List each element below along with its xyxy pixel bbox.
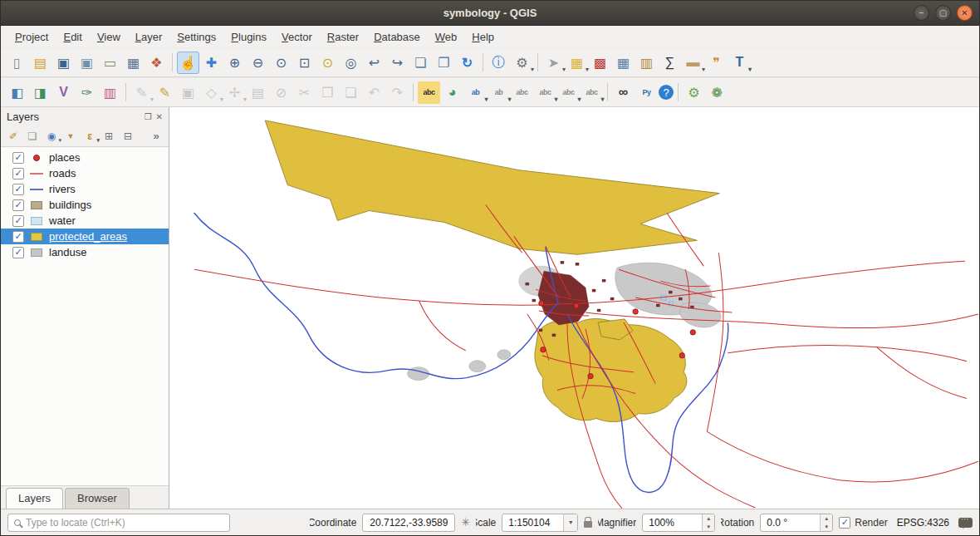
filter-expression-icon[interactable]: ε [81,128,98,145]
zoom-next-icon[interactable]: ↪ [386,52,409,74]
layer-visibility-checkbox[interactable] [12,231,24,243]
dock-tab[interactable]: Layers [6,488,63,509]
menu-item[interactable]: Database [366,28,428,46]
paste-features-icon[interactable]: ❏ [340,81,362,104]
new-shapefile-layer-icon[interactable]: V [52,81,75,104]
grass-tools-icon[interactable]: ❁ [706,81,728,104]
open-project-icon[interactable]: ▤ [29,52,51,74]
zoom-in-icon[interactable]: ⊕ [223,52,246,74]
extents-icon[interactable]: ✳ [461,516,470,529]
collapse-all-icon[interactable]: ⊟ [120,128,136,145]
delete-selected-icon[interactable]: ⊘ [270,81,292,104]
pan-map-icon[interactable]: ☝ [177,52,199,74]
layer-visibility-checkbox[interactable] [12,199,24,211]
map-canvas[interactable] [169,107,979,509]
maximize-button[interactable]: ▢ [935,5,951,21]
coordinate-input[interactable] [363,517,454,529]
zoom-to-layer-icon[interactable]: ◎ [340,52,362,74]
identify-features-icon[interactable]: ⓘ [488,52,510,74]
select-features-icon[interactable]: ➤ [542,52,565,74]
save-project-as-icon[interactable]: ▣ [76,52,98,74]
add-layer-icon[interactable]: ◨ [29,81,51,104]
layer-visibility-checkbox[interactable] [12,247,24,258]
dock-close-icon[interactable]: ✕ [156,112,163,121]
undo-icon[interactable]: ↶ [363,81,385,104]
refresh-icon[interactable]: ↻ [456,52,478,74]
save-project-icon[interactable]: ▣ [52,52,75,74]
move-label-icon[interactable]: abc [534,81,556,104]
layer-visibility-checkbox[interactable] [12,168,24,179]
zoom-native-icon[interactable]: ⊙ [270,52,292,74]
binoculars-icon[interactable]: ∞ [612,81,635,104]
layer-row[interactable]: buildings [1,197,169,213]
select-by-value-icon[interactable]: ▦ [566,52,588,74]
locate-input[interactable] [26,517,223,529]
new-map-view-icon[interactable]: ❏ [409,52,432,74]
labeling-options-icon[interactable]: ab [464,81,487,104]
messages-icon[interactable] [958,518,973,528]
layer-labeling-icon[interactable]: abc [418,81,440,104]
lock-scale-icon[interactable] [584,521,592,528]
run-feature-action-icon[interactable]: ⚙ [511,52,533,74]
new-project-icon[interactable]: ▯ [6,52,28,74]
menu-item[interactable]: Vector [274,28,320,46]
toggle-editing-icon[interactable]: ✎ [154,81,176,104]
menu-item[interactable]: Plugins [223,28,274,46]
processing-toolbox-icon[interactable]: ⚙ [683,81,705,104]
text-annotation-icon[interactable]: T [728,52,751,74]
new-virtual-layer-icon[interactable]: ▥ [99,81,121,104]
rotate-label-icon[interactable]: abc [557,81,580,104]
layer-row[interactable]: roads [1,165,169,181]
coordinate-box[interactable] [362,514,455,532]
zoom-last-icon[interactable]: ↩ [363,52,385,74]
redo-icon[interactable]: ↷ [386,81,409,104]
layer-visibility-checkbox[interactable] [12,215,24,227]
close-button[interactable]: ✕ [957,5,973,21]
map-themes-icon[interactable]: ◉ [43,128,60,145]
titlebar[interactable]: symbology - QGIS −▢✕ [1,1,979,26]
magnifier-spinbox[interactable]: 100% ▲▼ [642,514,715,532]
deselect-icon[interactable]: ▩ [589,52,611,74]
zoom-out-icon[interactable]: ⊖ [247,52,269,74]
menu-item[interactable]: Project [7,28,56,46]
layer-row[interactable]: places [1,150,169,165]
style-manager-icon[interactable]: ❖ [145,52,168,74]
layer-row[interactable]: rivers [1,181,169,197]
highlight-pinned-labels-icon[interactable]: abc [511,81,533,104]
pan-to-selection-icon[interactable]: ✚ [200,52,223,74]
layer-row[interactable]: water [1,213,169,229]
menu-item[interactable]: Help [464,28,502,46]
menu-item[interactable]: View [90,28,128,46]
cut-features-icon[interactable]: ✂ [293,81,316,104]
add-group-icon[interactable]: ❏ [24,128,41,145]
styling-panel-icon[interactable]: ✐ [5,128,22,145]
new-3d-map-view-icon[interactable]: ❐ [433,52,455,74]
layer-visibility-checkbox[interactable] [12,152,24,164]
filter-legend-icon[interactable]: ▼ [62,128,79,145]
vertex-tool-icon[interactable]: ✢ [223,81,246,104]
locate-box[interactable] [7,514,230,532]
menu-item[interactable]: Layer [128,28,170,46]
spin-buttons[interactable]: ▲▼ [820,514,832,531]
new-print-layout-icon[interactable]: ▭ [99,52,121,74]
modify-attributes-icon[interactable]: ▤ [247,81,269,104]
menu-item[interactable]: Edit [56,28,89,46]
layer-diagrams-icon[interactable]: ◕ [441,81,463,104]
pin-labels-icon[interactable]: ab [488,81,510,104]
layout-manager-icon[interactable]: ▦ [122,52,145,74]
new-geopackage-layer-icon[interactable]: ✑ [76,81,98,104]
toolbar-overflow-icon[interactable]: » [148,128,164,145]
data-source-manager-icon[interactable]: ◧ [6,81,28,104]
spin-buttons[interactable]: ▲▼ [702,514,714,531]
scale-combobox[interactable]: 1:150104 ▾ [502,514,578,532]
layer-row[interactable]: landuse [1,244,169,260]
copy-features-icon[interactable]: ❐ [316,81,339,104]
field-calculator-icon[interactable]: ▥ [635,52,658,74]
statistical-summary-icon[interactable]: ∑ [659,52,681,74]
menu-item[interactable]: Settings [169,28,223,46]
layer-row[interactable]: protected_areas [1,229,169,244]
menu-item[interactable]: Web [428,28,465,46]
chevron-down-icon[interactable]: ▾ [563,514,577,531]
help-icon[interactable]: ? [659,85,674,100]
map-tips-icon[interactable]: ❞ [705,52,728,74]
